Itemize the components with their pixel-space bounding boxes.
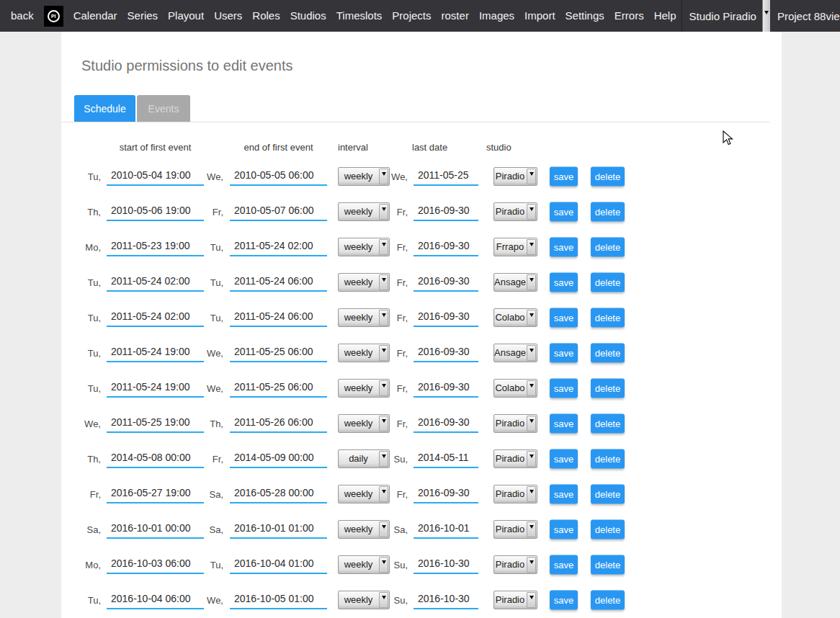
end-datetime-input[interactable] <box>230 308 327 327</box>
piradio-logo-text: PI <box>48 10 60 22</box>
last-date-input[interactable] <box>414 308 478 327</box>
save-button[interactable]: save <box>550 308 578 327</box>
nav-item-images[interactable]: Images <box>474 0 519 32</box>
save-button[interactable]: save <box>550 590 578 609</box>
save-button[interactable]: save <box>550 413 578 433</box>
delete-button[interactable]: delete <box>591 166 625 186</box>
nav-item-timeslots[interactable]: Timeslots <box>331 0 388 32</box>
start-datetime-input[interactable] <box>107 414 204 433</box>
save-button[interactable]: save <box>550 378 578 398</box>
delete-button[interactable]: delete <box>591 590 625 609</box>
studio-select[interactable]: Frrapo <box>493 238 537 256</box>
end-datetime-input[interactable] <box>230 485 327 503</box>
piradio-logo-icon[interactable]: PI <box>44 6 63 27</box>
nav-item-roles[interactable]: Roles <box>247 0 285 32</box>
studio-select[interactable]: Ansage <box>493 273 537 292</box>
studio-select[interactable]: Piradio <box>493 591 537 609</box>
nav-item-roster[interactable]: roster <box>437 0 474 32</box>
nav-item-users[interactable]: Users <box>209 0 247 32</box>
start-datetime-input[interactable] <box>107 238 204 256</box>
delete-button[interactable]: delete <box>591 378 625 398</box>
end-datetime-input[interactable] <box>230 344 327 362</box>
end-datetime-input[interactable] <box>230 449 327 468</box>
nav-item-series[interactable]: Series <box>122 0 164 32</box>
nav-item-studios[interactable]: Studios <box>285 0 331 32</box>
studio-select[interactable]: Ansage <box>493 344 537 362</box>
nav-item-help[interactable]: Help <box>649 0 682 32</box>
start-datetime-input[interactable] <box>107 555 204 574</box>
nav-item-playout[interactable]: Playout <box>163 0 209 32</box>
save-button[interactable]: save <box>550 272 578 292</box>
start-datetime-input[interactable] <box>107 273 204 292</box>
delete-button[interactable]: delete <box>591 413 625 433</box>
start-datetime-input[interactable] <box>107 379 204 398</box>
delete-button[interactable]: delete <box>591 449 625 468</box>
nav-item-calendar[interactable]: Calendar <box>68 0 122 32</box>
delete-button[interactable]: delete <box>591 308 625 327</box>
end-datetime-input[interactable] <box>230 555 327 574</box>
delete-button[interactable]: delete <box>591 343 625 362</box>
delete-button[interactable]: delete <box>591 484 625 503</box>
delete-button[interactable]: delete <box>591 272 625 292</box>
studio-select[interactable]: Piradio <box>493 414 537 433</box>
last-date-input[interactable] <box>414 202 478 221</box>
last-date-input[interactable] <box>414 344 478 362</box>
studio-select[interactable]: Piradio <box>493 520 537 539</box>
delete-button[interactable]: delete <box>591 555 625 574</box>
end-datetime-input[interactable] <box>230 238 327 256</box>
studio-switch-select[interactable]: Studio Piradio <box>682 0 770 32</box>
studio-select[interactable]: Colabo <box>493 308 537 327</box>
save-button[interactable]: save <box>550 237 578 256</box>
last-date-input[interactable] <box>414 273 478 292</box>
save-button[interactable]: save <box>550 449 578 468</box>
save-button[interactable]: save <box>550 484 578 503</box>
nav-item-import[interactable]: Import <box>519 0 560 32</box>
end-datetime-input[interactable] <box>230 167 327 186</box>
tab-schedule[interactable]: Schedule <box>74 95 135 122</box>
start-datetime-input[interactable] <box>107 167 204 186</box>
last-date-input[interactable] <box>414 379 478 398</box>
studio-select[interactable]: Colabo <box>493 379 537 398</box>
studio-select[interactable]: Piradio <box>493 555 537 574</box>
start-datetime-input[interactable] <box>107 520 204 539</box>
last-date-input[interactable] <box>414 555 478 574</box>
save-button[interactable]: save <box>550 555 578 574</box>
start-datetime-input[interactable] <box>107 344 204 362</box>
nav-item-errors[interactable]: Errors <box>609 0 649 32</box>
studio-select[interactable]: Piradio <box>493 485 537 503</box>
last-date-input[interactable] <box>414 485 478 503</box>
start-datetime-input[interactable] <box>107 485 204 503</box>
start-datetime-input[interactable] <box>107 308 204 327</box>
last-date-input[interactable] <box>414 167 478 186</box>
tab-events[interactable]: Events <box>137 95 190 122</box>
end-datetime-input[interactable] <box>230 414 327 433</box>
studio-select[interactable]: Piradio <box>493 449 537 468</box>
project-switch-select[interactable]: Project 88vier <box>770 0 840 32</box>
end-datetime-input[interactable] <box>230 202 327 221</box>
last-date-input[interactable] <box>414 238 478 256</box>
studio-select[interactable]: Piradio <box>493 167 537 186</box>
start-datetime-input[interactable] <box>107 449 204 468</box>
end-datetime-input[interactable] <box>230 273 327 292</box>
save-button[interactable]: save <box>550 166 578 186</box>
save-button[interactable]: save <box>550 343 578 362</box>
end-day-label: Fr, <box>195 206 223 217</box>
last-date-input[interactable] <box>414 449 478 468</box>
start-datetime-input[interactable] <box>107 202 204 221</box>
last-date-input[interactable] <box>414 414 478 433</box>
last-date-input[interactable] <box>414 520 478 539</box>
nav-item-projects[interactable]: Projects <box>387 0 436 32</box>
save-button[interactable]: save <box>550 519 578 539</box>
delete-button[interactable]: delete <box>591 237 625 256</box>
save-button[interactable]: save <box>550 202 578 221</box>
studio-select[interactable]: Piradio <box>493 202 537 221</box>
end-datetime-input[interactable] <box>230 591 327 609</box>
end-datetime-input[interactable] <box>230 520 327 539</box>
delete-button[interactable]: delete <box>591 519 625 539</box>
end-datetime-input[interactable] <box>230 379 327 398</box>
last-date-input[interactable] <box>414 591 478 609</box>
nav-item-settings[interactable]: Settings <box>560 0 609 32</box>
start-datetime-input[interactable] <box>107 591 204 609</box>
delete-button[interactable]: delete <box>591 202 625 221</box>
back-link[interactable]: back <box>0 0 39 32</box>
